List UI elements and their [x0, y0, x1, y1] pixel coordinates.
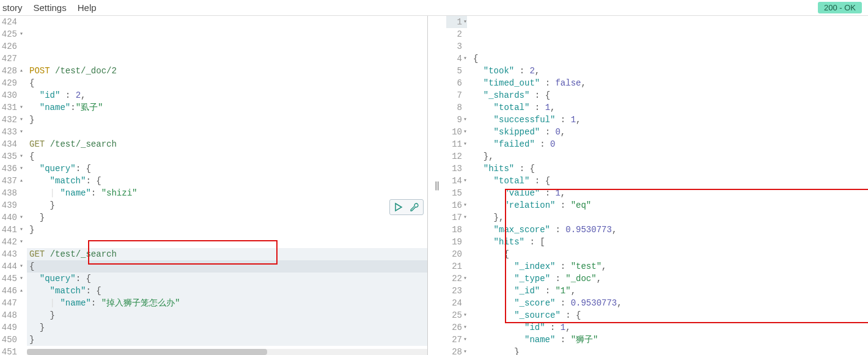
- fold-toggle[interactable]: ▾: [462, 126, 467, 138]
- code-line[interactable]: "_type" : "_doc",: [471, 273, 868, 285]
- code-line[interactable]: }: [27, 114, 427, 126]
- code-line[interactable]: GET /test/_search: [27, 248, 427, 260]
- fold-toggle[interactable]: ▾: [17, 273, 23, 285]
- code-line[interactable]: "hits" : {: [471, 163, 868, 175]
- code-line[interactable]: "query": {: [27, 163, 427, 175]
- h-scrollbar[interactable]: [27, 349, 427, 355]
- code-line[interactable]: },: [471, 211, 868, 224]
- fold-toggle[interactable]: ▾: [462, 53, 467, 65]
- code-line[interactable]: "_index" : "test",: [471, 260, 868, 273]
- code-line[interactable]: {: [471, 53, 868, 65]
- code-line[interactable]: "max_score" : 0.9530773,: [471, 224, 868, 236]
- fold-toggle[interactable]: ▾: [462, 273, 467, 285]
- code-line[interactable]: {: [27, 260, 427, 273]
- fold-toggle[interactable]: ▾: [462, 138, 467, 150]
- fold-toggle[interactable]: ▾: [17, 211, 23, 224]
- code-line[interactable]: }: [471, 346, 868, 355]
- code-line[interactable]: [27, 236, 427, 248]
- code-line[interactable]: "skipped" : 0,: [471, 126, 868, 138]
- request-editor[interactable]: 424425▾426427428▴429430431▾432▾433▾43443…: [0, 16, 427, 355]
- code-line[interactable]: "name":"虱子": [27, 101, 427, 114]
- code-line[interactable]: },: [471, 150, 868, 163]
- code-line[interactable]: {: [27, 150, 427, 163]
- request-code[interactable]: POST /test/_doc/2{ "id" : 2, "name":"虱子"…: [27, 16, 427, 355]
- menu-history[interactable]: story: [2, 2, 23, 13]
- code-line[interactable]: "match": {: [27, 285, 427, 297]
- code-line[interactable]: }: [27, 309, 427, 321]
- code-line[interactable]: {: [27, 77, 427, 89]
- run-button[interactable]: [392, 200, 405, 214]
- line-number: 21: [446, 260, 467, 273]
- code-line[interactable]: }: [27, 199, 427, 211]
- fold-toggle[interactable]: ▾: [17, 163, 23, 175]
- code-line[interactable]: }: [27, 334, 427, 346]
- code-line[interactable]: "name" : "狮子": [471, 334, 868, 346]
- fold-toggle[interactable]: ▾: [462, 114, 467, 126]
- fold-toggle[interactable]: ▾: [462, 309, 467, 321]
- line-number: 6: [446, 77, 467, 89]
- fold-toggle[interactable]: ▴: [17, 175, 23, 187]
- code-line[interactable]: "id" : 1,: [471, 321, 868, 334]
- fold-toggle[interactable]: ▾: [462, 199, 467, 211]
- code-line[interactable]: GET /test/_search: [27, 138, 427, 150]
- code-line[interactable]: "id" : 2,: [27, 89, 427, 101]
- fold-toggle[interactable]: ▾: [17, 28, 23, 40]
- line-number: 9▾: [446, 114, 467, 126]
- line-number: 15: [446, 187, 467, 199]
- response-viewer[interactable]: 1▾234▾56789▾10▾11▾121314▾1516▾17▾1819202…: [446, 16, 868, 355]
- wrench-button[interactable]: [408, 200, 421, 214]
- menu-help[interactable]: Help: [78, 2, 97, 13]
- line-number: 8: [446, 101, 467, 114]
- fold-toggle[interactable]: ▾: [462, 16, 467, 28]
- fold-toggle[interactable]: ▾: [17, 114, 23, 126]
- code-line[interactable]: "successful" : 1,: [471, 114, 868, 126]
- h-scrollbar-thumb[interactable]: [27, 349, 267, 355]
- code-line[interactable]: | "name": "shizi": [27, 187, 427, 199]
- code-line[interactable]: "hits" : [: [471, 236, 868, 248]
- code-line[interactable]: "match": {: [27, 175, 427, 187]
- fold-toggle[interactable]: ▾: [17, 150, 23, 163]
- code-line[interactable]: }: [27, 321, 427, 334]
- code-line[interactable]: "_source" : {: [471, 309, 868, 321]
- fold-toggle[interactable]: ▾: [462, 211, 467, 224]
- pane-splitter[interactable]: [428, 16, 446, 355]
- line-number: 2: [446, 28, 467, 40]
- line-number: 441▾: [0, 224, 23, 236]
- code-line[interactable]: [27, 126, 427, 138]
- code-line[interactable]: | "name": "掉入狮子笼怎么办": [27, 297, 427, 309]
- status-badge: 200 - OK: [818, 2, 862, 13]
- svg-marker-0: [395, 203, 402, 211]
- code-line[interactable]: "took" : 2,: [471, 65, 868, 77]
- code-line[interactable]: "relation" : "eq": [471, 199, 868, 211]
- code-line[interactable]: "value" : 1,: [471, 187, 868, 199]
- fold-toggle[interactable]: ▾: [462, 346, 467, 355]
- fold-toggle[interactable]: ▴: [17, 65, 23, 77]
- code-line[interactable]: "total" : {: [471, 175, 868, 187]
- line-number: 434: [0, 138, 23, 150]
- code-line[interactable]: {: [471, 248, 868, 260]
- code-line[interactable]: "timed_out" : false,: [471, 77, 868, 89]
- code-line[interactable]: "total" : 1,: [471, 101, 868, 114]
- fold-toggle[interactable]: ▴: [17, 285, 23, 297]
- fold-toggle[interactable]: ▾: [17, 260, 23, 273]
- top-menu-bar: story Settings Help 200 - OK: [0, 0, 868, 16]
- fold-toggle[interactable]: ▾: [462, 175, 467, 187]
- code-line[interactable]: "_score" : 0.9530773,: [471, 297, 868, 309]
- fold-toggle[interactable]: ▾: [17, 224, 23, 236]
- fold-toggle[interactable]: ▾: [462, 334, 467, 346]
- code-line[interactable]: }: [27, 211, 427, 224]
- code-line[interactable]: "query": {: [27, 273, 427, 285]
- line-number: 436▾: [0, 163, 23, 175]
- fold-toggle[interactable]: ▾: [17, 126, 23, 138]
- fold-toggle[interactable]: ▾: [17, 236, 23, 248]
- fold-toggle[interactable]: ▾: [17, 101, 23, 114]
- line-number: 3: [446, 40, 467, 53]
- code-line[interactable]: "_shards" : {: [471, 89, 868, 101]
- code-line[interactable]: POST /test/_doc/2: [27, 65, 427, 77]
- code-line[interactable]: }: [27, 224, 427, 236]
- menu-settings[interactable]: Settings: [34, 2, 67, 13]
- code-line[interactable]: "failed" : 0: [471, 138, 868, 150]
- line-number: 446▴: [0, 285, 23, 297]
- code-line[interactable]: "_id" : "1",: [471, 285, 868, 297]
- fold-toggle[interactable]: ▾: [462, 321, 467, 334]
